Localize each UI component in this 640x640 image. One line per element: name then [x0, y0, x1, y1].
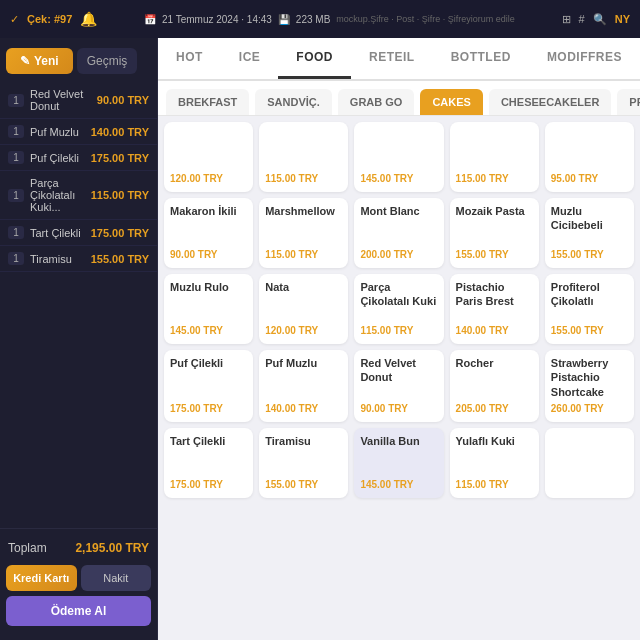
total-label: Toplam [8, 541, 47, 555]
product-card[interactable]: Yulaflı Kuki 115.00 TRY [450, 428, 539, 498]
list-item[interactable]: 1 Parça Çikolatalı Kuki... 115.00 TRY [0, 171, 157, 220]
product-card[interactable]: 120.00 TRY [164, 122, 253, 192]
product-row-1: Makaron İkili 90.00 TRY Marshmellow 115.… [164, 198, 634, 268]
grid-icon[interactable]: ⊞ [562, 13, 571, 26]
storage-icon: 💾 [278, 14, 290, 25]
list-item[interactable]: 1 Puf Çilekli 175.00 TRY [0, 145, 157, 171]
pay-button[interactable]: Ödeme Al [6, 596, 151, 626]
product-card[interactable]: Makaron İkili 90.00 TRY [164, 198, 253, 268]
product-row-0: 120.00 TRY 115.00 TRY 145.00 TRY 115.00 … [164, 122, 634, 192]
plus-icon: ✎ [20, 54, 30, 68]
storage-label: 223 MB [296, 14, 330, 25]
product-card[interactable]: Puf Muzlu 140.00 TRY [259, 350, 348, 422]
list-item[interactable]: 1 Tart Çilekli 175.00 TRY [0, 220, 157, 246]
product-card[interactable]: 115.00 TRY [259, 122, 348, 192]
product-row-2: Muzlu Rulo 145.00 TRY Nata 120.00 TRY Pa… [164, 274, 634, 344]
product-card[interactable]: Strawberry Pistachio Shortcake 260.00 TR… [545, 350, 634, 422]
product-card[interactable]: Red Velvet Donut 90.00 TRY [354, 350, 443, 422]
product-card[interactable]: Pistachio Paris Brest 140.00 TRY [450, 274, 539, 344]
product-card[interactable]: 145.00 TRY [354, 122, 443, 192]
product-card[interactable]: Rocher 205.00 TRY [450, 350, 539, 422]
sidebar-footer: Toplam 2,195.00 TRY Kredi Kartı Nakit Öd… [0, 528, 157, 634]
product-card[interactable]: 95.00 TRY [545, 122, 634, 192]
subtab-grabgo[interactable]: GRAB GO [338, 89, 415, 115]
tab-reteil[interactable]: RETEIL [351, 38, 433, 79]
subtab-promosyon[interactable]: PROMOSYON [617, 89, 640, 115]
credit-card-button[interactable]: Kredi Kartı [6, 565, 77, 591]
product-card[interactable]: Mozaik Pasta 155.00 TRY [450, 198, 539, 268]
list-item[interactable]: 1 Red Velvet Donut 90.00 TRY [0, 82, 157, 119]
new-button[interactable]: ✎ Yeni [6, 48, 73, 74]
total-row: Toplam 2,195.00 TRY [6, 537, 151, 559]
sidebar: ✎ Yeni Geçmiş 1 Red Velvet Donut 90.00 T… [0, 38, 158, 640]
sub-tabs: BREKFAST SANDVİÇ. GRAB GO CAKES CHESEECA… [158, 81, 640, 116]
product-card[interactable]: Mont Blanc 200.00 TRY [354, 198, 443, 268]
product-card[interactable]: Tiramisu 155.00 TRY [259, 428, 348, 498]
top-bar-right: ⊞ # 🔍 NY [562, 13, 630, 26]
subtab-brekfast[interactable]: BREKFAST [166, 89, 249, 115]
total-amount: 2,195.00 TRY [75, 541, 149, 555]
product-card[interactable]: Tart Çilekli 175.00 TRY [164, 428, 253, 498]
product-card[interactable]: 115.00 TRY [450, 122, 539, 192]
tab-food[interactable]: FOOD [278, 38, 351, 79]
product-card[interactable]: Nata 120.00 TRY [259, 274, 348, 344]
subtab-cheseecakeler[interactable]: CHESEECAKELER [489, 89, 611, 115]
product-row-4: Tart Çilekli 175.00 TRY Tiramisu 155.00 … [164, 428, 634, 498]
product-card[interactable]: Profiterol Çikolatlı 155.00 TRY [545, 274, 634, 344]
product-card-vanilla-bun[interactable]: Vanilla Bun 145.00 TRY [354, 428, 443, 498]
main-layout: ✎ Yeni Geçmiş 1 Red Velvet Donut 90.00 T… [0, 38, 640, 640]
content-area: HOT ICE FOOD RETEIL BOTTLED MODIFFRES BR… [158, 38, 640, 640]
subtab-sandvic[interactable]: SANDVİÇ. [255, 89, 332, 115]
category-tabs: HOT ICE FOOD RETEIL BOTTLED MODIFFRES [158, 38, 640, 81]
bell-icon: 🔔 [80, 11, 97, 27]
search-icon[interactable]: 🔍 [593, 13, 607, 26]
user-badge: NY [615, 13, 630, 25]
product-grid: 120.00 TRY 115.00 TRY 145.00 TRY 115.00 … [158, 116, 640, 640]
payment-buttons: Kredi Kartı Nakit [6, 565, 151, 591]
sidebar-top: ✎ Yeni Geçmiş [0, 44, 157, 82]
tab-modiffres[interactable]: MODIFFRES [529, 38, 640, 79]
top-bar-left: ✓ Çek: #97 🔔 [10, 11, 97, 27]
product-card-empty [545, 428, 634, 498]
datetime-label: 21 Temmuz 2024 · 14:43 [162, 14, 272, 25]
product-card[interactable]: Muzlu Cicibebeli 155.00 TRY [545, 198, 634, 268]
product-card[interactable]: Parça Çikolatalı Kuki 115.00 TRY [354, 274, 443, 344]
check-icon: ✓ [10, 13, 19, 26]
sidebar-items: 1 Red Velvet Donut 90.00 TRY 1 Puf Muzlu… [0, 82, 157, 528]
calendar-icon: 📅 [144, 14, 156, 25]
product-card[interactable]: Puf Çilekli 175.00 TRY [164, 350, 253, 422]
product-card[interactable]: Marshmellow 115.00 TRY [259, 198, 348, 268]
top-bar: ✓ Çek: #97 🔔 📅 21 Temmuz 2024 · 14:43 💾 … [0, 0, 640, 38]
product-card[interactable]: Muzlu Rulo 145.00 TRY [164, 274, 253, 344]
top-bar-center: 📅 21 Temmuz 2024 · 14:43 💾 223 MB mockup… [144, 14, 515, 25]
list-item[interactable]: 1 Tiramisu 155.00 TRY [0, 246, 157, 272]
tab-ice[interactable]: ICE [221, 38, 279, 79]
subtab-cakes[interactable]: CAKES [420, 89, 483, 115]
subtitle: mockup.Şifre · Post · Şifre · Şifreyioru… [336, 14, 515, 24]
list-item[interactable]: 1 Puf Muzlu 140.00 TRY [0, 119, 157, 145]
tab-bottled[interactable]: BOTTLED [433, 38, 529, 79]
check-label: Çek: #97 [27, 13, 72, 25]
hash-icon[interactable]: # [579, 13, 585, 25]
tab-hot[interactable]: HOT [158, 38, 221, 79]
product-row-3: Puf Çilekli 175.00 TRY Puf Muzlu 140.00 … [164, 350, 634, 422]
history-button[interactable]: Geçmiş [77, 48, 138, 74]
cash-button[interactable]: Nakit [81, 565, 152, 591]
